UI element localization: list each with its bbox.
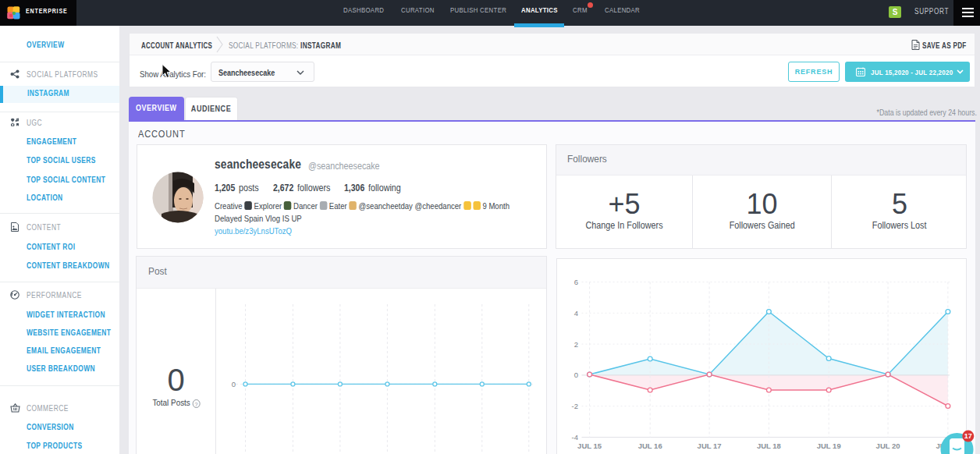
svg-text:JUL 15: JUL 15 (577, 442, 602, 450)
svg-text:17: 17 (964, 432, 972, 440)
svg-text:4: 4 (574, 309, 578, 317)
svg-text:2: 2 (574, 340, 578, 349)
svg-text:JUL 17: JUL 17 (698, 442, 722, 450)
svg-text:JUL 18: JUL 18 (757, 442, 781, 450)
svg-text:-2: -2 (572, 402, 578, 410)
svg-text:JUL 16: JUL 16 (638, 442, 662, 450)
svg-text:0: 0 (232, 380, 236, 388)
svg-text:0: 0 (574, 371, 578, 379)
svg-text:6: 6 (574, 278, 578, 286)
svg-text:JUL 20: JUL 20 (876, 442, 900, 450)
svg-text:JUL 19: JUL 19 (817, 442, 841, 450)
svg-text:-4: -4 (572, 433, 578, 442)
